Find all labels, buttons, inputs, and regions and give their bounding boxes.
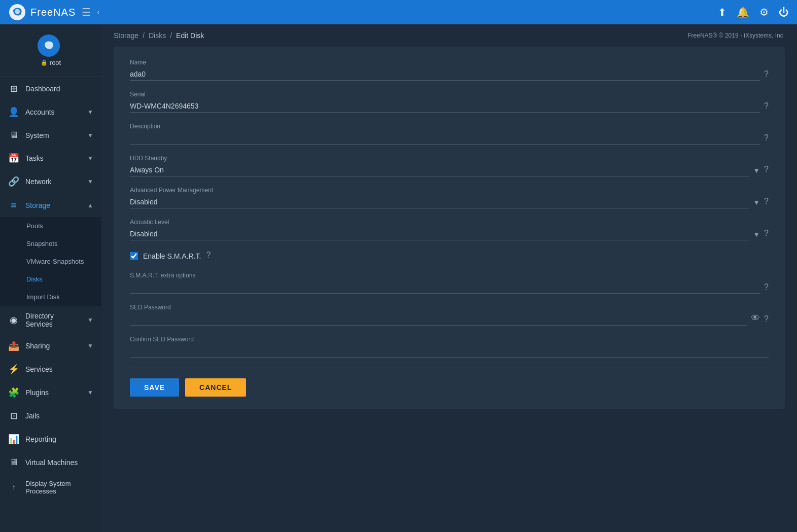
name-input[interactable]	[130, 68, 760, 81]
smart-help-icon[interactable]: ?	[206, 251, 211, 260]
smart-label[interactable]: Enable S.M.A.R.T.	[143, 252, 201, 260]
smart-extra-field: S.M.A.R.T. extra options ?	[130, 272, 769, 294]
sidebar-label-jails: Jails	[25, 412, 40, 420]
sidebar-label-system: System	[25, 131, 49, 139]
tasks-arrow: ▼	[87, 155, 93, 162]
adv-power-label: Advanced Power Management	[130, 187, 769, 194]
sidebar-item-snapshots[interactable]: Snapshots	[0, 235, 101, 253]
sed-password-input[interactable]	[130, 313, 747, 326]
sidebar-label-network: Network	[25, 178, 51, 186]
sidebar-item-plugins[interactable]: 🧩 Plugins ▼	[0, 381, 101, 404]
import-disk-label: Import Disk	[26, 293, 60, 301]
sed-help-icon[interactable]: ?	[764, 314, 769, 324]
confirm-sed-field: Confirm SED Password	[130, 336, 769, 358]
upload-icon[interactable]: ⬆	[718, 6, 726, 18]
sed-eye-icon[interactable]: 👁	[751, 313, 760, 324]
sidebar-item-tasks[interactable]: 📅 Tasks ▼	[0, 147, 101, 170]
hamburger-icon[interactable]: ☰	[82, 6, 91, 18]
sidebar-item-services[interactable]: ⚡ Services	[0, 358, 101, 381]
storage-arrow: ▲	[87, 202, 93, 209]
pools-label: Pools	[26, 222, 43, 230]
hdd-standby-help-icon[interactable]: ?	[764, 165, 769, 174]
acoustic-help-icon[interactable]: ?	[764, 229, 769, 238]
adv-power-arrow: ▼	[753, 198, 760, 206]
description-help-icon[interactable]: ?	[764, 133, 769, 143]
sidebar-item-import-disk[interactable]: Import Disk	[0, 288, 101, 306]
sidebar-label-storage: Storage	[25, 201, 50, 209]
name-field: Name ?	[130, 59, 769, 81]
acoustic-row: Disabled Minimum Medium Maximum ▼ ?	[130, 228, 769, 240]
breadcrumb-storage[interactable]: Storage	[114, 31, 138, 40]
smart-extra-row: ?	[130, 281, 769, 294]
adv-power-help-icon[interactable]: ?	[764, 197, 769, 206]
sidebar-label-services: Services	[25, 365, 53, 373]
sidebar-item-directory-services[interactable]: ◉ Directory Services ▼	[0, 306, 101, 334]
cancel-button[interactable]: CANCEL	[185, 378, 246, 397]
name-help-icon[interactable]: ?	[764, 69, 769, 79]
top-header: FreeNAS ☰ ‹ ⬆ 🔔 ⚙ ⏻	[0, 0, 797, 24]
accounts-icon: 👤	[8, 107, 19, 118]
sharing-icon: 📤	[8, 340, 19, 351]
header-left: FreeNAS ☰ ‹	[8, 3, 100, 21]
sidebar-label-vm: Virtual Machines	[25, 458, 78, 467]
smart-checkbox[interactable]	[130, 252, 138, 260]
vm-icon: 🖥	[8, 457, 19, 468]
settings-icon[interactable]: ⚙	[759, 6, 769, 18]
description-field: Description ?	[130, 123, 769, 145]
network-arrow: ▼	[87, 178, 93, 185]
sed-password-field: SED Password 👁 ?	[130, 304, 769, 326]
acoustic-arrow: ▼	[753, 230, 760, 238]
bell-icon[interactable]: 🔔	[737, 6, 749, 18]
back-icon[interactable]: ‹	[97, 8, 99, 17]
adv-power-select[interactable]: Disabled Level 1 Level 64 Level 127	[130, 196, 749, 208]
sed-password-row: 👁 ?	[130, 313, 769, 326]
user-area: 🔒 root	[0, 24, 101, 77]
directory-arrow: ▼	[87, 316, 93, 324]
breadcrumb-edit-disk: Edit Disk	[176, 31, 204, 40]
confirm-sed-label: Confirm SED Password	[130, 336, 769, 343]
processes-icon: ↑	[8, 483, 19, 492]
confirm-sed-input[interactable]	[130, 345, 769, 358]
serial-input[interactable]	[130, 100, 760, 113]
sidebar-item-accounts[interactable]: 👤 Accounts ▼	[0, 100, 101, 124]
jails-icon: ⊡	[8, 410, 19, 421]
sidebar-item-reporting[interactable]: 📊 Reporting	[0, 428, 101, 451]
sidebar-item-disks[interactable]: Disks	[0, 270, 101, 288]
sidebar-label-dashboard: Dashboard	[25, 85, 60, 93]
edit-disk-form: Name ? Serial ? Description ?	[114, 47, 785, 409]
sed-password-label: SED Password	[130, 304, 769, 311]
sidebar-item-system[interactable]: 🖥 System ▼	[0, 124, 101, 147]
smart-extra-help-icon[interactable]: ?	[764, 282, 769, 292]
sidebar-item-vmware-snapshots[interactable]: VMware-Snapshots	[0, 253, 101, 270]
description-input[interactable]	[130, 132, 760, 145]
form-divider	[130, 368, 769, 368]
sidebar-item-display-system-processes[interactable]: ↑ Display System Processes	[0, 474, 101, 501]
sidebar-item-virtual-machines[interactable]: 🖥 Virtual Machines	[0, 451, 101, 474]
sidebar-item-storage[interactable]: ≡ Storage ▲	[0, 193, 101, 217]
sidebar-item-jails[interactable]: ⊡ Jails	[0, 404, 101, 428]
power-icon[interactable]: ⏻	[779, 7, 789, 18]
sidebar: 🔒 root ⊞ Dashboard 👤 Accounts ▼ 🖥 System…	[0, 24, 101, 532]
sidebar-item-network[interactable]: 🔗 Network ▼	[0, 170, 101, 193]
hdd-standby-select[interactable]: Always On 5 10 20 30	[130, 164, 749, 176]
main-layout: 🔒 root ⊞ Dashboard 👤 Accounts ▼ 🖥 System…	[0, 24, 797, 532]
accounts-arrow: ▼	[87, 109, 93, 116]
system-icon: 🖥	[8, 130, 19, 140]
save-button[interactable]: SAVE	[130, 378, 179, 397]
sidebar-label-plugins: Plugins	[25, 388, 49, 397]
hdd-standby-arrow: ▼	[753, 166, 760, 174]
snapshots-label: Snapshots	[26, 240, 57, 247]
sidebar-item-sharing[interactable]: 📤 Sharing ▼	[0, 334, 101, 358]
header-icons: ⬆ 🔔 ⚙ ⏻	[718, 6, 789, 18]
breadcrumb-disks[interactable]: Disks	[149, 31, 166, 40]
sidebar-label-tasks: Tasks	[25, 154, 44, 162]
sidebar-item-dashboard[interactable]: ⊞ Dashboard	[0, 77, 101, 100]
sidebar-item-pools[interactable]: Pools	[0, 217, 101, 235]
smart-extra-input[interactable]	[130, 281, 760, 294]
reporting-icon: 📊	[8, 434, 19, 445]
hdd-standby-label: HDD Standby	[130, 155, 769, 162]
tasks-icon: 📅	[8, 153, 19, 164]
serial-help-icon[interactable]: ?	[764, 101, 769, 111]
breadcrumb-sep-2: /	[170, 31, 172, 40]
acoustic-select[interactable]: Disabled Minimum Medium Maximum	[130, 228, 749, 240]
